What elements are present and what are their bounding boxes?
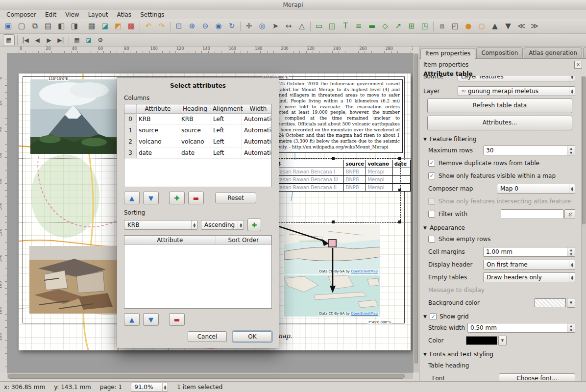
zoom-actual-button[interactable]: ◉	[212, 20, 225, 33]
vertical-scroll-thumb[interactable]	[415, 54, 418, 364]
source-combo[interactable]: Layer features ▲▼	[458, 76, 575, 81]
save-as-template-button[interactable]: ◨	[68, 20, 81, 33]
panel-close-icon[interactable]: ✕	[574, 61, 582, 69]
sorting-col-attribute[interactable]: Attribute	[124, 236, 216, 245]
atlas-settings-button[interactable]: ⚙	[95, 35, 106, 46]
column-remove-button[interactable]: ▬	[188, 192, 204, 204]
export-svg-button[interactable]: ◩	[112, 20, 124, 33]
attribute-table-item[interactable]: KRBsourcevolcanodateKawasan Rawan Bencan…	[268, 160, 411, 192]
choose-font-button[interactable]: Choose font...	[499, 373, 575, 382]
group-items-button[interactable]: ⧈	[436, 20, 448, 33]
unlock-items-button[interactable]: ○	[475, 20, 488, 33]
add-html-button[interactable]: ◳	[418, 20, 431, 33]
atlas-last-button[interactable]: ▶|	[55, 35, 66, 46]
filter-expression-input[interactable]	[501, 210, 563, 219]
display-header-combo[interactable]: On first frame ▲▼	[483, 260, 575, 270]
ungroup-items-button[interactable]: ◰	[449, 20, 462, 33]
tab-item-properties[interactable]: Item properties	[420, 48, 475, 59]
panel-scroll-thumb[interactable]	[582, 76, 586, 224]
print-button[interactable]: ▦	[85, 20, 98, 33]
expression-builder-button[interactable]: ε	[564, 209, 575, 219]
columns-row[interactable]: 1sourcesourceLeftAutomatic	[124, 125, 272, 136]
sort-move-down-button[interactable]: ▼	[143, 313, 159, 326]
stroke-width-input[interactable]	[468, 323, 567, 332]
layer-combo[interactable]: ≈ gunung merapi meletus ▲▼	[458, 86, 575, 96]
cell-margins-input[interactable]	[484, 247, 567, 256]
column-add-button[interactable]: ✚	[169, 192, 185, 204]
columns-col-heading[interactable]: Heading	[179, 104, 211, 114]
menu-view[interactable]: View	[61, 10, 83, 19]
sorting-col-sort-order[interactable]: Sort Order	[216, 236, 271, 245]
spin-arrows-icon[interactable]: ▲▼	[567, 323, 575, 332]
article-text-item[interactable]: On 25 October 2010 the Indonesian govern…	[268, 79, 403, 153]
refresh-view-button[interactable]: ↻	[225, 20, 238, 33]
tab-atlas-generation[interactable]: Atlas generation	[524, 48, 582, 58]
filter-expression-field[interactable]	[501, 209, 563, 219]
zoom-combo[interactable]: 91.0% ▲▼	[131, 383, 168, 392]
menu-composer[interactable]: Composer	[2, 10, 41, 19]
add-shape-button[interactable]: ◇	[379, 20, 391, 33]
maximum-rows-spinbox[interactable]: ▲▼	[483, 146, 575, 155]
column-move-down-button[interactable]: ▼	[143, 192, 159, 204]
sorting-table[interactable]: Attribute Sort Order	[124, 235, 272, 309]
highlight-box-item[interactable]	[328, 239, 337, 247]
grid-color-dropdown[interactable]: ▼	[498, 336, 507, 345]
lock-items-button[interactable]: ●	[462, 20, 475, 33]
feature-filtering-header[interactable]: ▼ Feature filtering	[423, 136, 575, 143]
tab-composition[interactable]: Composition	[476, 48, 523, 58]
sort-attribute-combo[interactable]: KRB ▲▼	[124, 220, 197, 230]
cell-margins-spinbox[interactable]: ▲▼	[483, 247, 575, 257]
canvas-vertical-scrollbar[interactable]	[413, 53, 419, 372]
raise-items-button[interactable]: ▲	[488, 20, 501, 33]
cancel-button[interactable]: Cancel	[188, 331, 227, 342]
column-move-up-button[interactable]: ▲	[124, 192, 140, 204]
new-composition-button[interactable]: ▢	[15, 20, 28, 33]
sort-order-combo[interactable]: Ascending ▲▼	[201, 220, 244, 230]
fonts-header[interactable]: ▼ Fonts and text styling	[423, 351, 575, 358]
columns-col-width[interactable]: Width	[242, 104, 272, 114]
align-items-button[interactable]: ≪	[515, 20, 528, 33]
remove-duplicate-checkbox[interactable]: ✓	[428, 160, 435, 167]
menu-edit[interactable]: Edit	[41, 10, 61, 19]
atlas-preview-button[interactable]: ▦	[3, 34, 15, 46]
atlas-next-button[interactable]: ▶	[44, 35, 54, 46]
save-project-button[interactable]: ▣	[2, 20, 15, 33]
reset-button[interactable]: Reset	[215, 193, 256, 203]
tab-items[interactable]: Items	[583, 48, 586, 58]
menu-layout[interactable]: Layout	[84, 10, 113, 19]
move-item-content-button[interactable]: ↔	[282, 20, 295, 33]
load-from-template-button[interactable]: ◧	[55, 20, 68, 33]
columns-col-attribute[interactable]: Attribute	[137, 104, 179, 114]
zoom-out-button[interactable]: ⊖	[199, 20, 212, 33]
osm-link[interactable]: OpenStreetMap	[351, 312, 378, 316]
background-color-swatch[interactable]	[535, 298, 566, 307]
atlas-export-button[interactable]: ◪	[83, 35, 94, 46]
stroke-width-spinbox[interactable]: ▲▼	[467, 323, 575, 333]
osm-link[interactable]: OpenStreetMap	[351, 270, 378, 273]
grid-color-swatch[interactable]	[466, 336, 497, 345]
composition-manager-button[interactable]: ▤	[42, 20, 54, 33]
atlas-first-button[interactable]: |◀	[20, 35, 31, 46]
pan-button[interactable]: ✛	[243, 20, 255, 33]
menu-atlas[interactable]: Atlas	[112, 10, 136, 19]
show-grid-header[interactable]: ▼ ✓ Show grid	[423, 313, 575, 320]
spin-arrows-icon[interactable]: ▲▼	[567, 146, 575, 155]
atlas-print-button[interactable]: ▦	[72, 35, 82, 46]
columns-row[interactable]: 2volcanovolcanoLeftAutomatic	[124, 136, 272, 147]
add-image-button[interactable]: ◫	[326, 20, 339, 33]
show-visible-checkbox[interactable]: ✓	[428, 172, 435, 179]
redo-button[interactable]: ↷	[155, 20, 168, 33]
refresh-table-data-button[interactable]: Refresh table data	[427, 98, 572, 113]
sort-remove-button[interactable]: ▬	[169, 313, 185, 326]
add-arrow-button[interactable]: ↗	[392, 20, 405, 33]
volcano-photo-item[interactable]	[30, 79, 118, 154]
menu-settings[interactable]: Settings	[136, 10, 169, 19]
lower-items-button[interactable]: ▼	[502, 20, 514, 33]
maximum-rows-input[interactable]	[484, 146, 567, 155]
distribute-items-button[interactable]: ≫	[528, 20, 541, 33]
add-label-button[interactable]: T	[339, 20, 352, 33]
export-image-button[interactable]: ◪	[98, 20, 111, 33]
add-attribute-table-button[interactable]: ⊞	[405, 20, 418, 33]
zoom-full-button[interactable]: ⊡	[172, 20, 185, 33]
horizontal-scroll-thumb[interactable]	[8, 374, 405, 379]
